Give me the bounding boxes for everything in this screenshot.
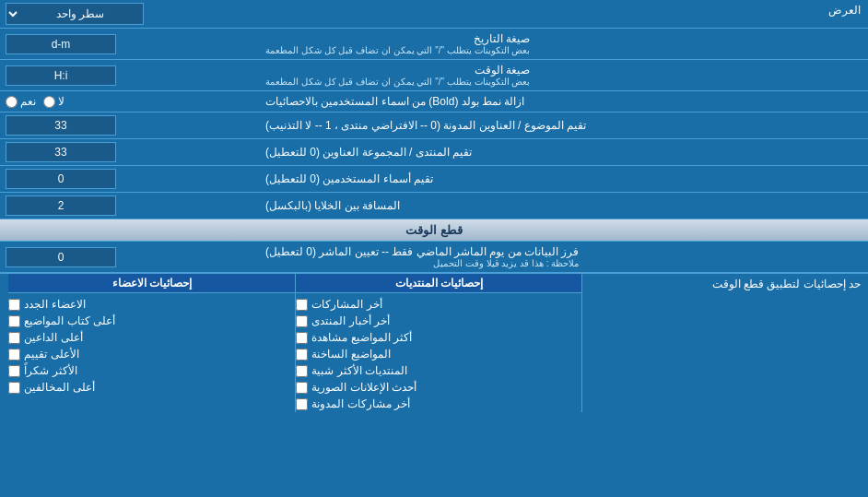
bold-yes-label[interactable]: نعم — [6, 95, 36, 108]
forum-order-input-container — [0, 139, 258, 165]
topics-order-text: تقيم الموضوع / العناوين المدونة (0 -- ال… — [265, 119, 586, 132]
list-item: أكثر المواضيع مشاهدة — [296, 329, 581, 346]
checkbox-members-2[interactable] — [8, 315, 20, 327]
usernames-order-text: تقيم أسماء المستخدمين (0 للتعطيل) — [265, 172, 433, 185]
list-item: الأعلى تقييم — [8, 346, 295, 362]
list-item: المواضيع الساخنة — [296, 346, 581, 362]
list-item: أعلى المخالفين — [8, 379, 295, 396]
cutoff-value-input[interactable] — [6, 247, 116, 267]
list-item: أعلى كتاب المواضيع — [8, 313, 295, 329]
forum-order-input[interactable] — [6, 142, 116, 162]
stats-posts-col: إحصائيات المنتديات أخر المشاركات أخر أخب… — [295, 274, 581, 412]
time-format-title: صيغة الوقت — [265, 64, 530, 77]
cutoff-value-label: فرز البيانات من يوم الماشر الماضي فقط --… — [258, 242, 868, 272]
checkbox-posts-1[interactable] — [296, 299, 308, 311]
stats-members-header: إحصائيات الاعضاء — [8, 274, 295, 293]
bold-no-label[interactable]: لا — [43, 95, 65, 108]
checkbox-posts-4[interactable] — [296, 349, 308, 361]
stats-members-header-text: إحصائيات الاعضاء — [112, 277, 192, 290]
spacing-input[interactable] — [6, 195, 116, 216]
time-format-input[interactable] — [6, 65, 116, 86]
bold-no-radio[interactable] — [43, 96, 55, 108]
checkbox-posts-6[interactable] — [296, 382, 308, 394]
spacing-row: المسافة بين الخلايا (بالبكسل) — [0, 193, 868, 219]
stats-filter-label: حد إحصائيات لتطبيق قطع الوقت — [581, 274, 868, 412]
cutoff-value-row: فرز البيانات من يوم الماشر الماضي فقط --… — [0, 242, 868, 273]
display-select-container: سطر واحد سطرين ثلاثة أسطر — [0, 0, 258, 28]
display-text: العرض — [828, 4, 861, 17]
display-label: العرض — [258, 0, 868, 28]
time-format-sub: بعض التكوينات يتطلب "/" التي يمكن ان تضا… — [265, 77, 530, 87]
list-item: أعلى الداعين — [8, 329, 295, 346]
date-format-input[interactable] — [6, 34, 116, 54]
topics-order-input[interactable] — [6, 115, 116, 136]
cutoff-section-header: قطع الوقت — [0, 219, 868, 242]
bold-removal-text: ازالة نمط بولد (Bold) من اسماء المستخدمي… — [265, 95, 524, 108]
checkbox-posts-2[interactable] — [296, 315, 308, 327]
stats-members-items: الاعضاء الجدد أعلى كتاب المواضيع أعلى ال… — [8, 296, 295, 396]
date-format-sub: بعض التكوينات يتطلب "/" التي يمكن ان تضا… — [265, 45, 530, 55]
stats-posts-header-text: إحصائيات المنتديات — [395, 277, 483, 290]
list-item: أخر المشاركات — [296, 296, 581, 313]
spacing-label: المسافة بين الخلايا (بالبكسل) — [258, 193, 868, 219]
display-row: العرض سطر واحد سطرين ثلاثة أسطر — [0, 0, 868, 29]
bold-removal-row: ازالة نمط بولد (Bold) من اسماء المستخدمي… — [0, 91, 868, 112]
bold-yes-text: نعم — [20, 95, 36, 108]
checkbox-members-5[interactable] — [8, 365, 20, 377]
spacing-input-container — [0, 193, 258, 219]
time-format-input-container — [0, 60, 258, 90]
forum-order-text: تقيم المنتدى / المجموعة العناوين (0 للتع… — [265, 146, 472, 159]
topics-order-label: تقيم الموضوع / العناوين المدونة (0 -- ال… — [258, 112, 868, 138]
checkbox-members-3[interactable] — [8, 332, 20, 344]
cutoff-value-note: ملاحظة : هذا قد يزيد قيلا وقت التحميل — [265, 258, 579, 268]
topics-order-row: تقيم الموضوع / العناوين المدونة (0 -- ال… — [0, 112, 868, 139]
stats-filter-section: حد إحصائيات لتطبيق قطع الوقت إحصائيات ال… — [0, 273, 868, 412]
forum-order-label: تقيم المنتدى / المجموعة العناوين (0 للتع… — [258, 139, 868, 165]
usernames-order-input-container — [0, 166, 258, 192]
bold-yes-radio[interactable] — [6, 96, 18, 108]
list-item: أخر مشاركات المدونة — [296, 396, 581, 412]
checkbox-posts-5[interactable] — [296, 365, 308, 377]
date-format-input-container — [0, 29, 258, 59]
checkbox-members-6[interactable] — [8, 382, 20, 394]
list-item: الأكثر شكراً — [8, 362, 295, 379]
checkbox-posts-7[interactable] — [296, 398, 308, 410]
stats-posts-header: إحصائيات المنتديات — [296, 274, 581, 293]
cutoff-title: قطع الوقت — [405, 223, 463, 237]
usernames-order-row: تقيم أسماء المستخدمين (0 للتعطيل) — [0, 166, 868, 193]
stats-posts-items: أخر المشاركات أخر أخبار المنتدى أكثر الم… — [296, 296, 581, 412]
date-format-label: صيغة التاريخ بعض التكوينات يتطلب "/" الت… — [258, 29, 868, 59]
time-format-row: صيغة الوقت بعض التكوينات يتطلب "/" التي … — [0, 60, 868, 91]
date-format-title: صيغة التاريخ — [265, 32, 530, 45]
list-item: الاعضاء الجدد — [8, 296, 295, 313]
stats-members-col: إحصائيات الاعضاء الاعضاء الجدد أعلى كتاب… — [8, 274, 295, 412]
checkbox-posts-3[interactable] — [296, 332, 308, 344]
time-format-label: صيغة الوقت بعض التكوينات يتطلب "/" التي … — [258, 60, 868, 90]
usernames-order-input[interactable] — [6, 169, 116, 189]
stats-filter-text: حد إحصائيات لتطبيق قطع الوقت — [712, 278, 861, 290]
list-item: المنتديات الأكثر شبية — [296, 362, 581, 379]
spacing-text: المسافة بين الخلايا (بالبكسل) — [265, 199, 400, 212]
cutoff-value-text: فرز البيانات من يوم الماشر الماضي فقط --… — [265, 245, 579, 258]
topics-order-input-container — [0, 112, 258, 138]
usernames-order-label: تقيم أسماء المستخدمين (0 للتعطيل) — [258, 166, 868, 192]
checkbox-members-4[interactable] — [8, 349, 20, 361]
display-select[interactable]: سطر واحد سطرين ثلاثة أسطر — [6, 3, 144, 25]
cutoff-value-input-container — [0, 242, 258, 272]
list-item: أحدث الإعلانات الصورية — [296, 379, 581, 396]
bold-no-text: لا — [58, 95, 65, 108]
list-item: أخر أخبار المنتدى — [296, 313, 581, 329]
bold-removal-radios: لا نعم — [0, 91, 258, 112]
forum-order-row: تقيم المنتدى / المجموعة العناوين (0 للتع… — [0, 139, 868, 166]
checkbox-members-1[interactable] — [8, 299, 20, 311]
date-format-row: صيغة التاريخ بعض التكوينات يتطلب "/" الت… — [0, 29, 868, 60]
bold-removal-label: ازالة نمط بولد (Bold) من اسماء المستخدمي… — [258, 91, 868, 112]
